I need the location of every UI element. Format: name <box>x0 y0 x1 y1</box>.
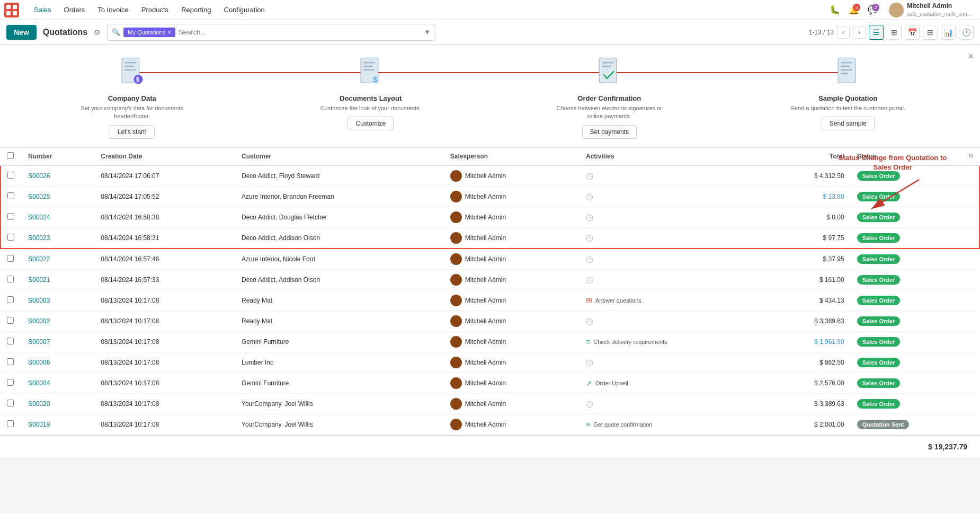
nav-sales[interactable]: Sales <box>28 2 58 18</box>
table-row[interactable]: S00021 08/14/2024 16:57:33 Deco Addict, … <box>1 269 979 290</box>
row-activity[interactable]: ◷ <box>580 352 766 373</box>
row-checkbox[interactable] <box>7 213 14 220</box>
table-row[interactable]: S00022 08/14/2024 16:57:46 Azure Interio… <box>1 249 979 270</box>
next-page-button[interactable]: › <box>853 26 866 39</box>
row-checkbox[interactable] <box>7 379 14 386</box>
table-row[interactable]: S00004 08/13/2024 10:17:08 Gemini Furnit… <box>1 373 979 393</box>
row-number[interactable]: S00007 <box>22 331 94 352</box>
row-activity[interactable]: ◷ <box>580 311 766 331</box>
col-status[interactable]: Status ⊟ <box>851 148 979 165</box>
col-activities[interactable]: Activities <box>580 148 766 165</box>
row-number[interactable]: S00023 <box>22 227 94 249</box>
table-row[interactable]: S00023 08/14/2024 16:58:31 Deco Addict, … <box>1 227 979 249</box>
row-checkbox-cell[interactable] <box>1 290 22 311</box>
col-creation-date[interactable]: Creation Date <box>94 148 235 165</box>
row-checkbox[interactable] <box>7 358 14 365</box>
row-activity[interactable]: ≡ Get quote confirmation <box>580 414 766 435</box>
row-checkbox[interactable] <box>7 172 14 179</box>
select-all-checkbox[interactable] <box>7 152 14 159</box>
row-checkbox[interactable] <box>7 276 14 282</box>
row-activity[interactable]: ◷ <box>580 269 766 290</box>
row-checkbox-cell[interactable] <box>1 249 22 270</box>
row-number[interactable]: S00019 <box>22 414 94 435</box>
row-checkbox-cell[interactable] <box>1 393 22 414</box>
graph-view-button[interactable]: 📊 <box>941 25 956 40</box>
pivot-view-button[interactable]: ⊟ <box>923 25 938 40</box>
table-row[interactable]: S00026 08/14/2024 17:06:07 Deco Addict, … <box>1 165 979 187</box>
row-checkbox-cell[interactable] <box>1 186 22 207</box>
row-number[interactable]: S00025 <box>22 186 94 207</box>
settings-gear-icon[interactable]: ⚙ <box>94 28 101 37</box>
row-checkbox[interactable] <box>7 400 14 406</box>
row-number[interactable]: S00004 <box>22 373 94 393</box>
messages-icon[interactable]: 💬 2 <box>866 3 880 17</box>
row-checkbox-cell[interactable] <box>1 352 22 373</box>
row-activity[interactable]: ↗ Order Upsell <box>580 373 766 393</box>
row-number[interactable]: S00026 <box>22 165 94 187</box>
row-checkbox-cell[interactable] <box>1 331 22 352</box>
row-checkbox[interactable] <box>7 338 14 344</box>
row-checkbox[interactable] <box>7 234 14 241</box>
kanban-view-button[interactable]: ⊞ <box>887 25 902 40</box>
notifications-icon[interactable]: 🔔 5 <box>847 3 861 17</box>
row-checkbox[interactable] <box>7 192 14 199</box>
table-row[interactable]: S00025 08/14/2024 17:05:52 Azure Interio… <box>1 186 979 207</box>
row-checkbox[interactable] <box>7 255 14 262</box>
row-checkbox-cell[interactable] <box>1 373 22 393</box>
table-row[interactable]: S00007 08/13/2024 10:17:08 Gemini Furnit… <box>1 331 979 352</box>
row-activity[interactable]: ◷ <box>580 207 766 227</box>
row-checkbox-cell[interactable] <box>1 269 22 290</box>
calendar-view-button[interactable]: 📅 <box>905 25 920 40</box>
row-number[interactable]: S00021 <box>22 269 94 290</box>
row-checkbox[interactable] <box>7 296 14 303</box>
row-activity[interactable]: ◷ <box>580 165 766 187</box>
search-input[interactable] <box>175 28 422 36</box>
row-checkbox-cell[interactable] <box>1 311 22 331</box>
col-customer[interactable]: Customer <box>235 148 444 165</box>
step-company-data-button[interactable]: Let's start! <box>110 125 155 139</box>
debug-icon[interactable]: 🐛 <box>827 3 842 17</box>
col-number[interactable]: Number <box>22 148 94 165</box>
nav-products[interactable]: Products <box>135 2 175 18</box>
row-checkbox-cell[interactable] <box>1 414 22 435</box>
table-row[interactable]: S00020 08/13/2024 10:17:08 YourCompany, … <box>1 393 979 414</box>
onboarding-close-button[interactable]: × <box>968 51 974 62</box>
new-button[interactable]: New <box>6 25 37 40</box>
nav-to-invoice[interactable]: To Invoice <box>91 2 135 18</box>
nav-orders[interactable]: Orders <box>58 2 92 18</box>
search-tag-my-quotations[interactable]: My Quotations × <box>123 28 175 37</box>
row-checkbox-cell[interactable] <box>1 227 22 249</box>
search-dropdown-icon[interactable]: ▼ <box>424 28 431 36</box>
step-documents-layout-button[interactable]: Customize <box>348 117 394 130</box>
step-order-confirmation-button[interactable]: Set payments <box>582 125 637 139</box>
row-number[interactable]: S00006 <box>22 352 94 373</box>
col-total[interactable]: Total <box>766 148 851 165</box>
row-activity[interactable]: ◷ <box>580 227 766 249</box>
step-sample-quotation-button[interactable]: Send sample <box>822 117 875 130</box>
select-all-header[interactable] <box>1 148 22 165</box>
row-number[interactable]: S00002 <box>22 311 94 331</box>
user-menu[interactable]: Mitchell Admin sale_quotation_multi_con.… <box>885 0 976 20</box>
row-activity[interactable]: ◷ <box>580 186 766 207</box>
row-activity[interactable]: ◷ <box>580 249 766 270</box>
row-number[interactable]: S00003 <box>22 290 94 311</box>
nav-configuration[interactable]: Configuration <box>218 2 271 18</box>
row-checkbox[interactable] <box>7 420 14 427</box>
col-salesperson[interactable]: Salesperson <box>444 148 580 165</box>
row-checkbox[interactable] <box>7 317 14 324</box>
row-number[interactable]: S00020 <box>22 393 94 414</box>
activity-view-button[interactable]: 🕐 <box>959 25 974 40</box>
search-tag-close[interactable]: × <box>167 29 171 36</box>
prev-page-button[interactable]: ‹ <box>837 26 850 39</box>
table-row[interactable]: S00024 08/14/2024 16:58:38 Deco Addict, … <box>1 207 979 227</box>
brand-logo[interactable] <box>4 3 19 17</box>
table-row[interactable]: S00019 08/13/2024 10:17:08 YourCompany, … <box>1 414 979 435</box>
table-row[interactable]: S00003 08/13/2024 10:17:08 Ready Mat Mit… <box>1 290 979 311</box>
table-row[interactable]: S00006 08/13/2024 10:17:08 Lumber Inc Mi… <box>1 352 979 373</box>
row-activity[interactable]: ≡ Check delivery requirements <box>580 331 766 352</box>
row-checkbox-cell[interactable] <box>1 165 22 187</box>
row-checkbox-cell[interactable] <box>1 207 22 227</box>
row-activity[interactable]: ✉ Answer questions <box>580 290 766 311</box>
nav-reporting[interactable]: Reporting <box>175 2 217 18</box>
list-view-button[interactable]: ☰ <box>869 25 884 40</box>
